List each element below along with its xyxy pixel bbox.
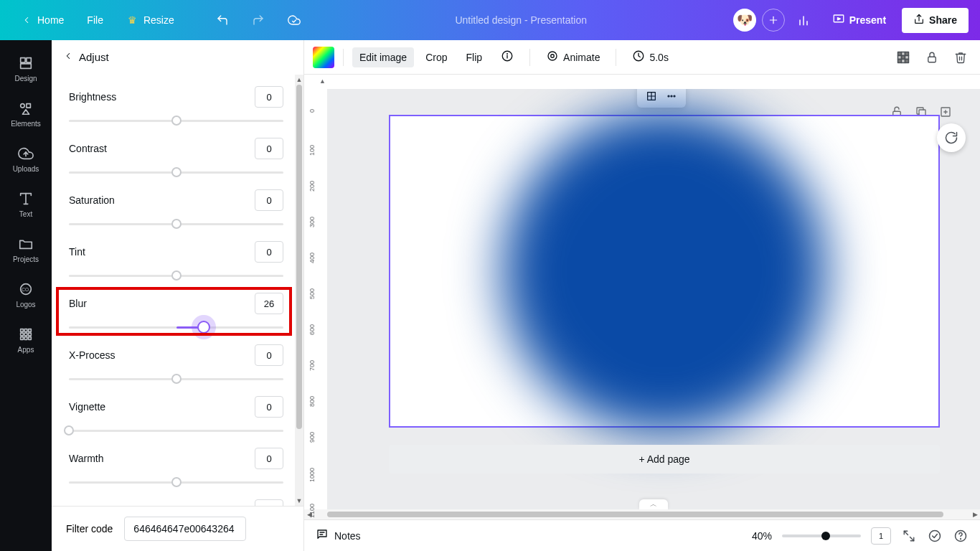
undo-button[interactable] — [207, 8, 237, 32]
resize-button[interactable]: ♛ Resize — [118, 8, 183, 32]
help-button[interactable] — [953, 528, 969, 544]
slider[interactable] — [69, 113, 283, 128]
add-page-button[interactable]: + Add page — [389, 445, 940, 474]
adjust-row-contrast: Contrast — [69, 138, 283, 179]
refresh-button[interactable] — [937, 123, 966, 152]
adjust-back[interactable]: Adjust — [52, 40, 303, 75]
lock-button[interactable] — [921, 47, 943, 68]
page-grid-icon[interactable] — [643, 89, 660, 105]
adjust-value-input[interactable] — [255, 86, 283, 108]
slider[interactable] — [69, 165, 283, 179]
adjust-value-input[interactable] — [255, 138, 283, 159]
crop-button[interactable]: Crop — [418, 47, 454, 67]
notes-button[interactable]: Notes — [316, 528, 361, 543]
canvas-viewport[interactable]: + Add page ︿ — [327, 89, 980, 509]
scrollbar-thumb[interactable] — [296, 85, 302, 429]
chevron-left-icon — [63, 51, 73, 63]
notes-icon — [316, 528, 329, 543]
adjust-value-input[interactable] — [255, 189, 283, 211]
page-slide[interactable] — [389, 115, 940, 428]
add-collaborator-button[interactable] — [762, 9, 785, 32]
cloud-status[interactable] — [279, 8, 309, 32]
slider-thumb[interactable] — [171, 374, 182, 384]
adjust-value-input[interactable] — [255, 344, 283, 366]
home-button[interactable]: Home — [11, 8, 72, 32]
insights-button[interactable] — [791, 7, 816, 33]
adjust-row-saturation: Saturation — [69, 189, 283, 231]
scroll-down-icon[interactable]: ▼ — [295, 496, 303, 506]
duration-button[interactable]: 5.0s — [625, 45, 675, 69]
nav-elements[interactable]: Elements — [0, 91, 52, 136]
slider-thumb[interactable] — [171, 116, 182, 126]
nav-apps[interactable]: Apps — [0, 317, 52, 362]
document-title[interactable]: Untitled design - Presentation — [309, 14, 733, 26]
page-more-icon[interactable] — [663, 89, 680, 105]
slider[interactable] — [69, 320, 283, 334]
slider-thumb[interactable] — [64, 425, 74, 435]
nav-design-label: Design — [14, 75, 37, 83]
adjust-scrollbar[interactable]: ▲ ▼ — [295, 75, 303, 506]
adjust-row-clarity: Clarity — [69, 499, 283, 506]
slider[interactable] — [69, 268, 283, 283]
slider-thumb[interactable] — [171, 477, 182, 487]
nav-design[interactable]: Design — [0, 46, 52, 91]
nav-text[interactable]: Text — [0, 182, 52, 227]
nav-projects[interactable]: Projects — [0, 227, 52, 272]
present-icon — [832, 13, 845, 28]
zoom-level[interactable]: 40% — [752, 530, 772, 542]
svg-point-47 — [671, 95, 672, 97]
nav-uploads[interactable]: Uploads — [0, 136, 52, 182]
svg-rect-23 — [29, 333, 32, 336]
slider-thumb[interactable] — [171, 270, 182, 281]
transparency-button[interactable] — [892, 47, 914, 68]
adjust-label: Tint — [69, 246, 85, 258]
adjust-value-input[interactable] — [255, 241, 283, 263]
adjust-label: X-Process — [69, 349, 116, 361]
scroll-up-icon[interactable]: ▲ — [295, 75, 303, 85]
slider-thumb[interactable] — [171, 167, 182, 177]
color-picker[interactable] — [313, 47, 334, 68]
animate-button[interactable]: Animate — [539, 45, 607, 69]
slider[interactable] — [69, 217, 283, 231]
zoom-slider[interactable] — [782, 534, 861, 537]
adjust-value-input[interactable] — [255, 396, 283, 418]
adjust-scroll[interactable]: BrightnessContrastSaturationTintBlurX-Pr… — [52, 75, 295, 506]
delete-button[interactable] — [950, 47, 971, 68]
info-button[interactable] — [494, 45, 521, 69]
edit-image-button[interactable]: Edit image — [352, 47, 414, 67]
adjust-value-input[interactable] — [255, 448, 283, 469]
zoom-thumb[interactable] — [821, 532, 830, 540]
adjust-title: Adjust — [79, 51, 109, 63]
present-button[interactable]: Present — [822, 7, 896, 34]
adjust-row-tint: Tint — [69, 241, 283, 283]
avatar[interactable]: 🐶 — [733, 9, 756, 32]
nav-logos[interactable]: CO. Logos — [0, 272, 52, 317]
scroll-right-icon[interactable]: ▶ — [970, 511, 980, 518]
share-button[interactable]: Share — [902, 8, 969, 33]
slider[interactable] — [69, 423, 283, 438]
slider-thumb[interactable] — [197, 321, 210, 334]
slider-thumb[interactable] — [171, 219, 182, 229]
slider[interactable] — [69, 475, 283, 489]
file-menu[interactable]: File — [78, 9, 112, 32]
svg-rect-8 — [21, 58, 25, 62]
page-count-button[interactable]: 1 — [871, 527, 891, 545]
flip-button[interactable]: Flip — [459, 47, 490, 67]
checkmark-button[interactable] — [927, 528, 943, 544]
h-scrollbar-thumb[interactable] — [327, 512, 943, 517]
blurred-circle-shape[interactable] — [503, 110, 826, 433]
slider[interactable] — [69, 372, 283, 386]
adjust-value-input[interactable] — [255, 293, 283, 314]
filter-code-input[interactable] — [124, 517, 246, 541]
expand-pages-button[interactable]: ︿ — [639, 499, 668, 509]
canvas-h-scrollbar[interactable]: ◀ ▶ — [304, 509, 980, 519]
logos-icon: CO. — [17, 281, 34, 298]
redo-button[interactable] — [243, 8, 273, 32]
fullscreen-button[interactable] — [901, 528, 917, 544]
svg-rect-9 — [27, 58, 31, 62]
svg-marker-13 — [22, 110, 29, 114]
ruler-tick: 600 — [308, 324, 316, 335]
resize-label: Resize — [143, 14, 174, 26]
adjust-panel: Adjust BrightnessContrastSaturationTintB… — [52, 40, 304, 551]
adjust-value-input[interactable] — [255, 499, 283, 506]
